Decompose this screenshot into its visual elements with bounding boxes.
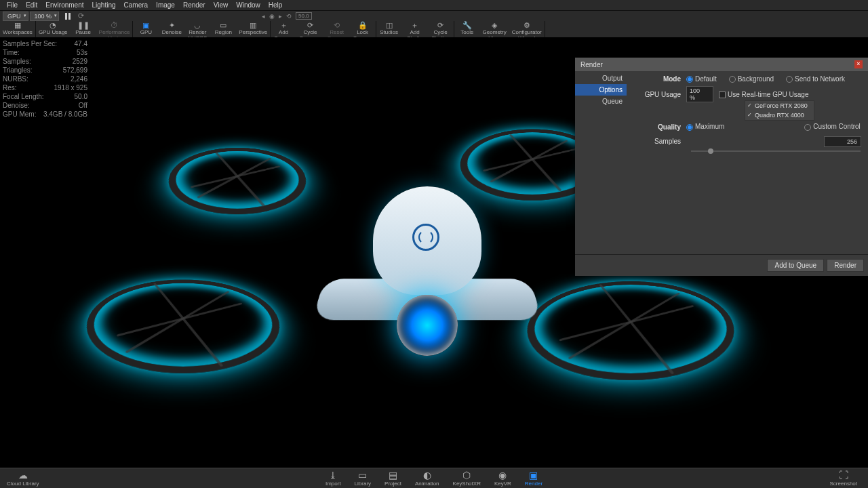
denoise-button[interactable]: ✦Denoise xyxy=(159,21,184,37)
samples-input[interactable] xyxy=(824,136,861,147)
keyshotxr-button[interactable]: ⬡KeyShotXR xyxy=(446,470,488,487)
rotor-ring xyxy=(69,279,298,373)
rotor-ring xyxy=(158,148,317,214)
cycle-studios-button[interactable]: ⟳CycleStudios xyxy=(428,21,454,37)
radio-network[interactable]: Send to Network xyxy=(786,75,845,83)
keyvr-button[interactable]: ◉KeyVR xyxy=(488,470,518,487)
render-panel-title[interactable]: Render × xyxy=(575,58,868,71)
gpu-option-1[interactable]: GeForce RTX 2080 xyxy=(745,101,814,110)
menu-bar: File Edit Environment Lighting Camera Im… xyxy=(0,0,868,11)
cycle-cameras-button[interactable]: ⟳CycleCameras xyxy=(296,21,323,37)
render-tabs: Output Options Queue xyxy=(575,71,627,254)
menu-window[interactable]: Window xyxy=(232,1,264,9)
cam-circle-icon[interactable]: ◉ xyxy=(269,13,275,20)
pause-button[interactable]: ❚❚Pause xyxy=(71,21,96,37)
cam-prev-icon[interactable]: ◂ xyxy=(262,13,265,20)
render-stats: Samples Per Sec:47.4 Time:53s Samples:25… xyxy=(3,39,87,119)
cam-reset-icon[interactable]: ⟲ xyxy=(286,13,292,20)
tab-queue[interactable]: Queue xyxy=(575,96,627,107)
gpu-usage-input[interactable]: 100 % xyxy=(686,86,713,102)
studios-button[interactable]: ◫Studios xyxy=(376,21,402,37)
add-camera-button[interactable]: ＋AddCamera xyxy=(271,21,296,37)
radio-default[interactable]: Default xyxy=(686,75,717,83)
render-nav-button[interactable]: ▣Render xyxy=(518,470,549,487)
add-to-queue-button[interactable]: Add to Queue xyxy=(767,259,824,272)
bottom-bar: ☁Cloud Library ⤓Import ▭Library ▤Project… xyxy=(0,468,868,488)
radio-background[interactable]: Background xyxy=(729,75,774,83)
samples-label: Samples xyxy=(633,138,681,145)
render-options-content: Mode Default Background Send to Network … xyxy=(627,71,868,254)
perspective-button[interactable]: ▥Perspective xyxy=(236,21,270,37)
menu-camera[interactable]: Camera xyxy=(120,1,153,9)
configurator-wizard-button[interactable]: ⚙ConfiguratorWizard xyxy=(509,21,545,37)
lock-camera-button[interactable]: 🔒LockCamera xyxy=(350,21,376,37)
gpu-dropdown[interactable]: GPU xyxy=(3,12,28,21)
gpu-option-2[interactable]: Quadro RTX 4000 xyxy=(745,110,814,120)
pause-icon[interactable] xyxy=(63,12,73,20)
focal-value[interactable]: 50.0 xyxy=(296,12,312,20)
render-button[interactable]: Render xyxy=(827,259,864,272)
add-studio-button[interactable]: ＋AddStudio xyxy=(402,21,428,37)
menu-lighting[interactable]: Lighting xyxy=(88,1,120,9)
import-button[interactable]: ⤓Import xyxy=(319,470,348,487)
gpu-device-dropdown[interactable]: GeForce RTX 2080 Quadro RTX 4000 xyxy=(745,100,814,121)
gpu-pct-dropdown[interactable]: 100 % xyxy=(30,12,60,21)
radio-custom[interactable]: Custom Control xyxy=(804,123,860,130)
samples-slider[interactable] xyxy=(691,150,861,152)
menu-edit[interactable]: Edit xyxy=(22,1,41,9)
quality-label: Quality xyxy=(633,123,681,131)
mode-label: Mode xyxy=(633,75,681,83)
main-toolbar: ▦Workspaces ◔GPU Usage ❚❚Pause ⏱Performa… xyxy=(0,21,868,37)
menu-image[interactable]: Image xyxy=(152,1,179,9)
rotor-ring xyxy=(507,281,754,380)
cam-next-icon[interactable]: ▸ xyxy=(279,13,282,20)
project-button[interactable]: ▤Project xyxy=(378,470,408,487)
logo-icon xyxy=(412,224,439,251)
realtime-gpu-checkbox[interactable]: Use Real-time GPU Usage xyxy=(719,91,808,98)
menu-file[interactable]: File xyxy=(3,1,22,9)
workspaces-button[interactable]: ▦Workspaces xyxy=(0,21,35,37)
render-nurbs-button[interactable]: ◡RenderNURBS xyxy=(184,21,210,37)
cloud-library-button[interactable]: ☁Cloud Library xyxy=(0,470,46,487)
close-icon[interactable]: × xyxy=(854,60,863,68)
menu-help[interactable]: Help xyxy=(264,1,287,9)
quick-bar: GPU 100 % ⟳ ◂ ◉ ▸ ⟲ 50.0 xyxy=(0,11,868,21)
menu-render[interactable]: Render xyxy=(179,1,210,9)
performance-mode-button[interactable]: ⏱PerformanceMode xyxy=(96,21,133,37)
reset-camera-button[interactable]: ⟲ResetCamera xyxy=(324,21,350,37)
camera-lens-icon xyxy=(397,295,458,356)
menu-view[interactable]: View xyxy=(210,1,233,9)
radio-maximum[interactable]: Maximum xyxy=(686,123,724,130)
menu-environment[interactable]: Environment xyxy=(41,1,87,9)
library-button[interactable]: ▭Library xyxy=(348,470,378,487)
drone-body xyxy=(332,186,515,363)
animation-button[interactable]: ◐Animation xyxy=(408,470,446,487)
geometry-view-button[interactable]: ◈GeometryView xyxy=(480,21,509,37)
render-panel: Render × Output Options Queue Mode Defau… xyxy=(575,58,868,276)
gpu-usage-label: GPU Usage xyxy=(633,91,681,98)
tools-button[interactable]: 🔧Tools xyxy=(454,21,480,37)
gpu-button[interactable]: ▣GPU xyxy=(133,21,159,37)
region-button[interactable]: ▭Region xyxy=(210,21,236,37)
camera-quick-icons: ◂ ◉ ▸ ⟲ 50.0 xyxy=(262,12,312,20)
gpu-usage-button[interactable]: ◔GPU Usage xyxy=(36,21,71,37)
screenshot-button[interactable]: ⛶Screenshot xyxy=(823,470,864,487)
refresh-icon[interactable]: ⟳ xyxy=(78,12,84,20)
tab-options[interactable]: Options xyxy=(575,84,627,96)
tab-output[interactable]: Output xyxy=(575,73,627,84)
